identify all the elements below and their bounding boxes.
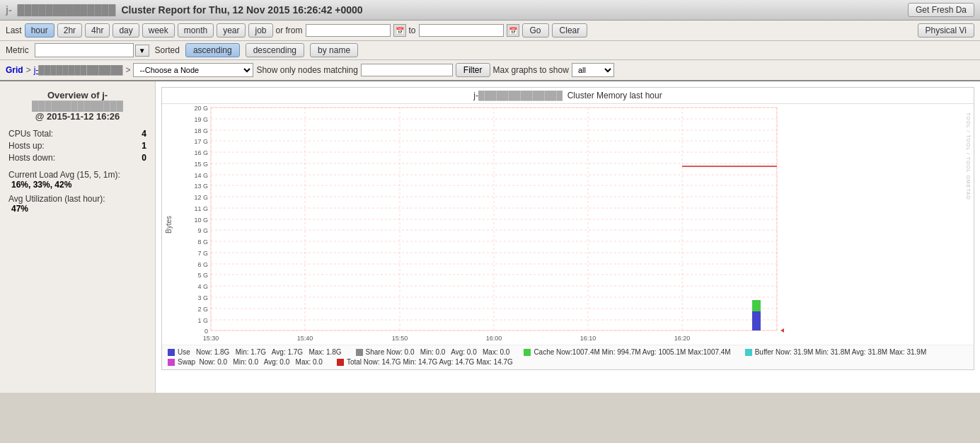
filter-button[interactable]: Filter — [456, 63, 490, 77]
toolbar-row1: Last hour 2hr 4hr day week month year jo… — [0, 21, 980, 41]
avg-util-section: Avg Utilization (last hour): 47% — [8, 194, 146, 214]
chart-inner: 20 G 19 G 18 G 17 G 16 G 15 G 14 G 13 G … — [175, 104, 974, 345]
time-btn-day[interactable]: day — [113, 23, 139, 38]
tool-label: TOOL / TOOL / TOOL GMETAD — [964, 111, 972, 202]
legend-share: Share Now: 0.0 Min: 0.0 Avg: 0.0 Max: 0.… — [356, 348, 510, 356]
svg-text:15:40: 15:40 — [297, 335, 313, 342]
legend-swap: Swap Now: 0.0 Min: 0.0 Avg: 0.0 Max: 0.0 — [168, 358, 323, 366]
svg-text:15 G: 15 G — [194, 161, 208, 168]
chart-title: j-██████████████ Cluster Memory last hou… — [162, 88, 974, 104]
legend-buffer: Buffer Now: 31.9M Min: 31.8M Avg: 31.8M … — [745, 348, 927, 356]
time-btn-job[interactable]: job — [248, 23, 272, 38]
legend-share-color — [356, 349, 363, 356]
grid-nav-row: Grid > j-██████████████ > --Choose a Nod… — [0, 60, 980, 81]
svg-rect-59 — [752, 300, 761, 311]
legend-total-color — [337, 359, 344, 366]
svg-text:19 G: 19 G — [194, 116, 208, 123]
avg-util-label: Avg Utilization (last hour): — [8, 194, 146, 204]
current-load-label: Current Load Avg (15, 5, 1m): — [8, 170, 146, 180]
legend-swap-color — [168, 359, 175, 366]
svg-text:15:30: 15:30 — [203, 335, 219, 342]
stats-section: CPUs Total: 4 Hosts up: 1 Hosts down: 0 — [8, 129, 146, 163]
toolbar-row2: Metric load_one ▼ Sorted ascending desce… — [0, 41, 980, 60]
sorted-label: Sorted — [155, 45, 180, 55]
svg-text:18 G: 18 G — [194, 127, 208, 134]
hosts-down-value: 0 — [142, 153, 146, 163]
chart-container: j-██████████████ Cluster Memory last hou… — [161, 87, 974, 370]
time-btn-2hr[interactable]: 2hr — [57, 23, 82, 38]
show-nodes-label: Show only nodes matching — [256, 65, 357, 75]
to-date-input[interactable] — [419, 24, 504, 37]
grid-cluster-link[interactable]: j-██████████████ — [34, 65, 123, 75]
legend-cache-color — [524, 349, 531, 356]
svg-text:5 G: 5 G — [197, 272, 208, 279]
sort-descending-button[interactable]: descending — [246, 43, 304, 57]
legend-cache: Cache Now:1007.4M Min: 994.7M Avg: 1005.… — [524, 348, 730, 356]
svg-text:10 G: 10 G — [194, 217, 208, 224]
sort-ascending-button[interactable]: ascending — [185, 43, 240, 57]
svg-text:16:20: 16:20 — [674, 335, 691, 342]
title-bar: j- ██████████████ Cluster Report for Thu… — [0, 0, 980, 21]
svg-text:13 G: 13 G — [194, 183, 208, 190]
svg-text:14 G: 14 G — [194, 172, 208, 179]
go-button[interactable]: Go — [522, 23, 549, 38]
physical-view-button[interactable]: Physical Vi — [918, 23, 974, 38]
svg-text:0: 0 — [204, 328, 208, 335]
max-graphs-label: Max graphs to show — [493, 65, 569, 75]
from-calendar-icon[interactable]: 📅 — [393, 24, 406, 37]
svg-text:15:50: 15:50 — [392, 335, 408, 342]
to-calendar-icon[interactable]: 📅 — [507, 24, 519, 37]
svg-text:6 G: 6 G — [197, 261, 208, 268]
filter-input[interactable] — [361, 64, 453, 76]
left-panel: Overview of j-██████████████@ 2015-11-12… — [0, 81, 156, 393]
cpus-total-value: 4 — [142, 129, 146, 139]
svg-text:9 G: 9 G — [197, 227, 208, 234]
svg-text:4 G: 4 G — [197, 283, 208, 290]
current-load-section: Current Load Avg (15, 5, 1m): 16%, 33%, … — [8, 170, 146, 190]
legend-buffer-color — [745, 349, 752, 356]
time-btn-hour[interactable]: hour — [25, 23, 54, 38]
svg-text:1 G: 1 G — [197, 317, 208, 324]
right-panel: j-██████████████ Cluster Memory last hou… — [156, 81, 980, 393]
svg-text:16:10: 16:10 — [580, 335, 596, 342]
page-title: Cluster Report for Thu, 12 Nov 2015 16:2… — [121, 4, 362, 16]
or-from-label: or from — [276, 25, 303, 35]
hosts-up-value: 1 — [142, 141, 146, 151]
svg-text:7 G: 7 G — [197, 250, 208, 257]
hosts-down-label: Hosts down: — [8, 153, 55, 163]
svg-text:12 G: 12 G — [194, 194, 208, 201]
chart-legend: Use Now: 1.8G Min: 1.7G Avg: 1.7G Max: 1… — [162, 345, 974, 369]
avg-util-value: 47% — [11, 204, 146, 214]
svg-text:11 G: 11 G — [194, 205, 208, 212]
get-fresh-data-button[interactable]: Get Fresh Da — [908, 3, 974, 17]
svg-text:16 G: 16 G — [194, 149, 208, 156]
main-content: Overview of j-██████████████@ 2015-11-12… — [0, 81, 980, 393]
metric-select-wrap: load_one ▼ — [35, 43, 149, 57]
legend-total: Total Now: 14.7G Min: 14.7G Avg: 14.7G M… — [337, 358, 513, 366]
cluster-name-short: j- — [6, 4, 12, 16]
hosts-down-row: Hosts down: 0 — [8, 153, 146, 163]
svg-text:2 G: 2 G — [197, 306, 208, 313]
clear-button[interactable]: Clear — [552, 23, 588, 38]
overview-title: Overview of j-██████████████@ 2015-11-12… — [8, 90, 146, 122]
metric-label: Metric — [6, 45, 29, 55]
max-graphs-select[interactable]: all — [572, 63, 614, 77]
sort-byname-button[interactable]: by name — [310, 43, 358, 57]
svg-rect-58 — [752, 311, 761, 330]
cpus-total-label: CPUs Total: — [8, 129, 53, 139]
svg-text:16:00: 16:00 — [486, 335, 502, 342]
time-btn-year[interactable]: year — [217, 23, 246, 38]
svg-text:3 G: 3 G — [197, 294, 208, 301]
time-btn-4hr[interactable]: 4hr — [85, 23, 110, 38]
node-select[interactable]: --Choose a Node — [133, 63, 253, 77]
cpus-total-row: CPUs Total: 4 — [8, 129, 146, 139]
legend-use-color — [168, 349, 175, 356]
chart-area: Bytes — [162, 104, 974, 345]
from-date-input[interactable] — [306, 24, 391, 37]
grid-label: Grid — [6, 65, 23, 75]
metric-input[interactable]: load_one — [35, 43, 134, 57]
metric-dropdown-button[interactable]: ▼ — [135, 45, 149, 57]
svg-text:17 G: 17 G — [194, 138, 208, 145]
time-btn-week[interactable]: week — [142, 23, 175, 38]
time-btn-month[interactable]: month — [178, 23, 214, 38]
